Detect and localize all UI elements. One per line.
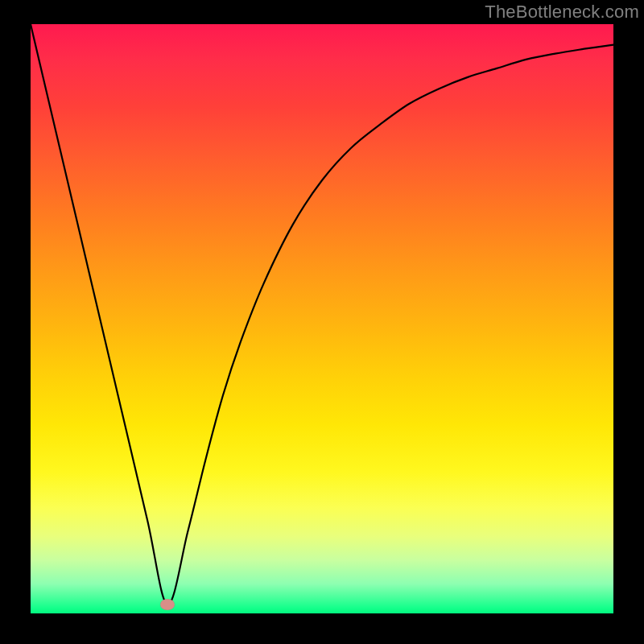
curve-path: [31, 24, 613, 605]
chart-frame: TheBottleneck.com: [0, 0, 644, 644]
plot-area: [31, 24, 613, 613]
bottleneck-curve: [31, 24, 613, 613]
watermark-text: TheBottleneck.com: [485, 2, 639, 23]
